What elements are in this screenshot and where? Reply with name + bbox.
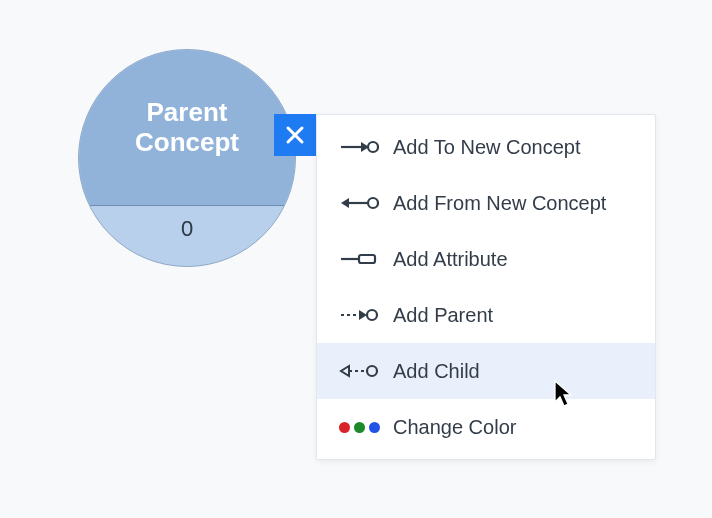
menu-item-change-color[interactable]: Change Color — [317, 399, 655, 455]
svg-point-15 — [367, 366, 377, 376]
add-child-icon — [339, 359, 383, 383]
menu-item-label: Add To New Concept — [393, 136, 581, 159]
concept-node-count: 0 — [79, 206, 295, 266]
concept-count-text: 0 — [181, 216, 193, 242]
close-icon — [284, 124, 306, 146]
menu-item-add-attribute[interactable]: Add Attribute — [317, 231, 655, 287]
menu-item-label: Change Color — [393, 416, 516, 439]
menu-item-add-child[interactable]: Add Child — [317, 343, 655, 399]
menu-item-add-from-new-concept[interactable]: Add From New Concept — [317, 175, 655, 231]
attribute-icon — [339, 247, 383, 271]
svg-point-12 — [367, 310, 377, 320]
menu-item-label: Add Child — [393, 360, 480, 383]
svg-point-4 — [368, 142, 378, 152]
context-menu: Add To New Concept Add From New Concept … — [316, 114, 656, 460]
svg-marker-13 — [341, 366, 349, 376]
arrow-right-to-node-icon — [339, 135, 383, 159]
diagram-canvas[interactable]: Parent Concept 0 Add To New Conce — [0, 0, 712, 518]
menu-item-label: Add Parent — [393, 304, 493, 327]
svg-rect-9 — [359, 255, 375, 263]
menu-item-label: Add Attribute — [393, 248, 508, 271]
concept-node[interactable]: Parent Concept 0 — [78, 49, 296, 267]
add-parent-icon — [339, 303, 383, 327]
concept-node-title: Parent Concept — [79, 50, 295, 206]
svg-marker-11 — [359, 310, 367, 320]
arrow-left-from-node-icon — [339, 191, 383, 215]
menu-item-label: Add From New Concept — [393, 192, 606, 215]
menu-item-add-to-new-concept[interactable]: Add To New Concept — [317, 119, 655, 175]
svg-point-7 — [368, 198, 378, 208]
svg-marker-5 — [341, 198, 349, 208]
close-menu-button[interactable] — [274, 114, 316, 156]
color-dots-icon — [339, 415, 383, 439]
concept-title-text: Parent Concept — [99, 98, 275, 158]
menu-item-add-parent[interactable]: Add Parent — [317, 287, 655, 343]
concept-node-circle: Parent Concept 0 — [78, 49, 296, 267]
